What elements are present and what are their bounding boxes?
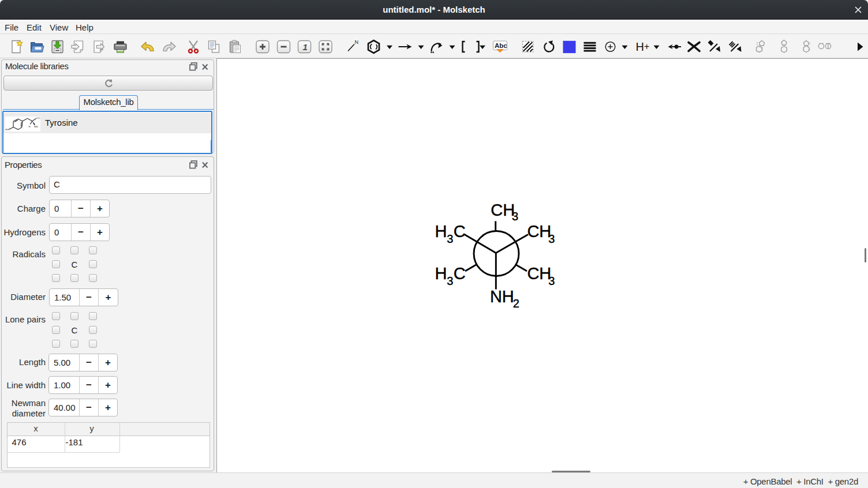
svg-text:CH: CH [491,201,515,219]
svg-text:H: H [29,125,31,128]
svg-text:CO₂: CO₂ [36,117,41,119]
svg-text:HO: HO [6,128,10,131]
svg-text:2: 2 [513,297,519,310]
svg-text:3: 3 [548,275,555,287]
svg-text:CH: CH [527,222,551,241]
svg-text:H: H [435,222,447,241]
svg-text:H: H [636,40,644,53]
svg-text:NH: NH [490,287,514,306]
svg-text:NH₂: NH₂ [34,125,39,128]
svg-text:Abc: Abc [495,42,507,49]
svg-text:3: 3 [447,275,453,287]
svg-text:1: 1 [303,42,308,52]
svg-text:C: C [454,222,466,241]
svg-text:+: + [644,42,649,51]
svg-text:H: H [435,264,447,283]
svg-text:C: C [454,264,466,283]
svg-text:3: 3 [548,232,555,245]
svg-text:3: 3 [447,232,453,245]
svg-text:N: N [355,39,359,45]
svg-text:CH: CH [527,264,551,283]
svg-text:3: 3 [512,210,518,223]
